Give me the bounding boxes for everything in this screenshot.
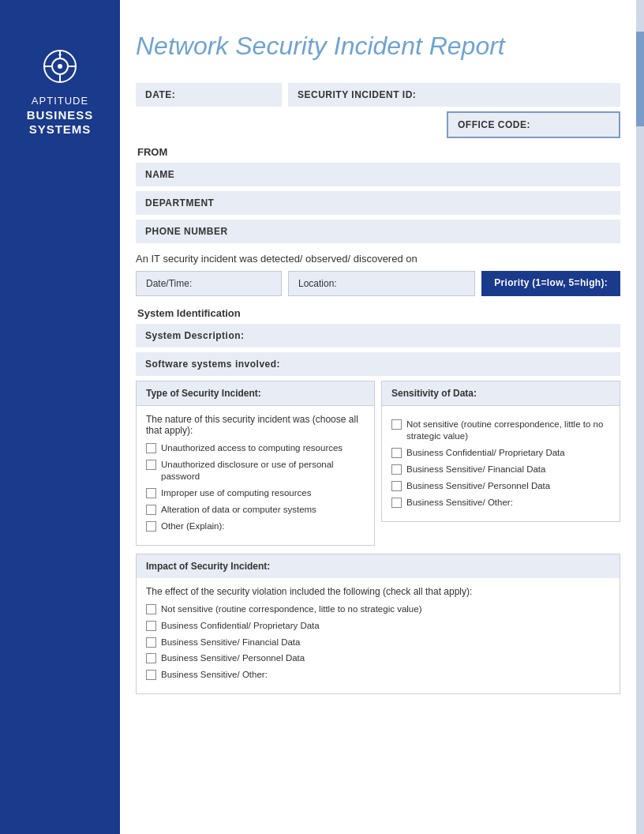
date-field[interactable]: DATE: <box>136 83 282 107</box>
sensitivity-checkbox-item-1: Business Confidential/ Proprietary Data <box>391 447 610 459</box>
sensitivity-checkbox-label-2: Business Sensitive/ Financial Data <box>406 464 545 475</box>
type-checkbox-3[interactable] <box>146 505 156 515</box>
impact-header: Impact of Security Incident: <box>137 554 620 578</box>
sensitivity-checkbox-label-0: Not sensitive (routine correspondence, l… <box>406 419 610 442</box>
top-row: DATE: SECURITY INCIDENT ID: <box>136 83 620 107</box>
impact-checkbox-item-1: Business Confidential/ Proprietary Data <box>146 620 610 632</box>
sensitivity-checkbox-item-3: Business Sensitive/ Personnel Data <box>391 480 610 492</box>
datetime-field[interactable]: Date/Time: <box>136 271 282 296</box>
type-checkbox-body: The nature of this security incident was… <box>137 406 374 545</box>
svg-point-6 <box>58 64 62 69</box>
location-field[interactable]: Location: <box>288 271 475 296</box>
impact-checkbox-item-4: Business Sensitive/ Other: <box>146 669 610 681</box>
impact-checkbox-4[interactable] <box>146 670 156 680</box>
impact-checkbox-item-2: Business Sensitive/ Financial Data <box>146 637 610 648</box>
type-checkbox-item-3: Alteration of data or computer systems <box>146 504 365 516</box>
sensitivity-checkbox-1[interactable] <box>391 448 402 458</box>
sensitivity-checkbox-label-3: Business Sensitive/ Personnel Data <box>406 480 550 492</box>
sensitivity-checkbox-0[interactable] <box>391 419 402 430</box>
sensitivity-checkbox-section: Sensitivity of Data: Not sensitive (rout… <box>381 381 620 522</box>
system-identification-header: System Identification <box>136 307 620 319</box>
type-checkbox-section: Type of Security Incident: The nature of… <box>136 381 375 546</box>
sensitivity-of-data-section: Sensitivity of Data: Not sensitive (rout… <box>381 381 620 546</box>
it-security-text: An IT security incident was detected/ ob… <box>136 253 620 265</box>
type-of-security-incident-section: Type of Security Incident: The nature of… <box>136 381 375 546</box>
impact-checkbox-2[interactable] <box>146 637 156 648</box>
effect-subtitle: The effect of the security violation inc… <box>146 586 610 597</box>
sensitivity-checkbox-4[interactable] <box>391 498 402 508</box>
phone-field[interactable]: PHONE NUMBER <box>136 220 620 243</box>
type-checkbox-label-0: Unauthorized access to computing resourc… <box>161 442 343 454</box>
type-checkbox-item-4: Other (Explain): <box>146 520 365 532</box>
type-checkbox-item-0: Unauthorized access to computing resourc… <box>146 442 365 454</box>
sensitivity-checkbox-item-0: Not sensitive (routine correspondence, l… <box>391 419 610 442</box>
type-checkbox-1[interactable] <box>146 460 156 470</box>
impact-checkbox-item-0: Not sensitive (routine correspondence, l… <box>146 603 610 615</box>
type-checkbox-label-3: Alteration of data or computer systems <box>161 504 316 516</box>
impact-checkbox-0[interactable] <box>146 604 156 614</box>
impact-checkbox-label-1: Business Confidential/ Proprietary Data <box>161 620 320 632</box>
type-checkbox-item-1: Unauthorized disclosure or use of person… <box>146 459 365 483</box>
software-systems-field[interactable]: Software systems involved: <box>136 352 620 376</box>
two-col-section: Type of Security Incident: The nature of… <box>136 381 620 546</box>
impact-checkbox-3[interactable] <box>146 653 156 663</box>
sidebar-business-label: BUSINESSSYSTEMS <box>27 108 94 137</box>
type-checkbox-4[interactable] <box>146 521 156 532</box>
sidebar-aptitude-label: APTITUDE <box>32 95 88 107</box>
sensitivity-checkbox-label-4: Business Sensitive/ Other: <box>406 497 513 509</box>
type-checkbox-0[interactable] <box>146 443 156 453</box>
type-checkbox-item-2: Improper use of computing resources <box>146 487 365 499</box>
sensitivity-checkbox-item-4: Business Sensitive/ Other: <box>391 497 610 509</box>
priority-field[interactable]: Priority (1=low, 5=high): <box>481 271 620 296</box>
impact-checkbox-label-2: Business Sensitive/ Financial Data <box>161 637 300 648</box>
aptitude-logo-icon <box>41 47 79 85</box>
sensitivity-checkbox-body: Not sensitive (routine correspondence, l… <box>382 406 620 521</box>
from-label: FROM <box>136 146 620 158</box>
sensitivity-checkbox-2[interactable] <box>391 464 402 475</box>
impact-checkbox-1[interactable] <box>146 621 156 631</box>
sensitivity-checkbox-label-1: Business Confidential/ Proprietary Data <box>406 447 565 459</box>
impact-checkbox-label-0: Not sensitive (routine correspondence, l… <box>161 603 421 615</box>
office-code-row: OFFICE CODE: <box>136 111 620 138</box>
type-checkbox-2[interactable] <box>146 488 156 498</box>
sensitivity-checkbox-3[interactable] <box>391 481 402 491</box>
security-incident-id-field[interactable]: SECURITY INCIDENT ID: <box>288 83 620 107</box>
impact-body: The effect of the security violation inc… <box>137 578 620 694</box>
scrollbar-thumb[interactable] <box>636 32 644 126</box>
impact-checkbox-label-4: Business Sensitive/ Other: <box>161 669 268 681</box>
type-checkbox-label-2: Improper use of computing resources <box>161 487 311 499</box>
type-checkbox-label-1: Unauthorized disclosure or use of person… <box>161 459 365 483</box>
sidebar: APTITUDE BUSINESSSYSTEMS <box>0 0 120 834</box>
impact-checkbox-item-3: Business Sensitive/ Personnel Data <box>146 652 610 664</box>
page-title: Network Security Incident Report <box>136 32 620 61</box>
sensitivity-header: Sensitivity of Data: <box>382 381 620 406</box>
impact-section: Impact of Security Incident: The effect … <box>136 554 620 695</box>
sensitivity-checkbox-item-2: Business Sensitive/ Financial Data <box>391 464 610 475</box>
office-code-field[interactable]: OFFICE CODE: <box>447 111 620 138</box>
type-checkbox-label-4: Other (Explain): <box>161 520 225 532</box>
scrollbar[interactable] <box>636 0 644 834</box>
name-field[interactable]: NAME <box>136 163 620 186</box>
department-field[interactable]: DEPARTMENT <box>136 191 620 215</box>
main-content: Network Security Incident Report DATE: S… <box>120 0 644 726</box>
impact-checkbox-label-3: Business Sensitive/ Personnel Data <box>161 652 305 664</box>
type-header: Type of Security Incident: <box>137 381 374 406</box>
system-description-field[interactable]: System Description: <box>136 324 620 348</box>
incident-row: Date/Time: Location: Priority (1=low, 5=… <box>136 271 620 296</box>
nature-subtitle: The nature of this security incident was… <box>146 414 365 436</box>
